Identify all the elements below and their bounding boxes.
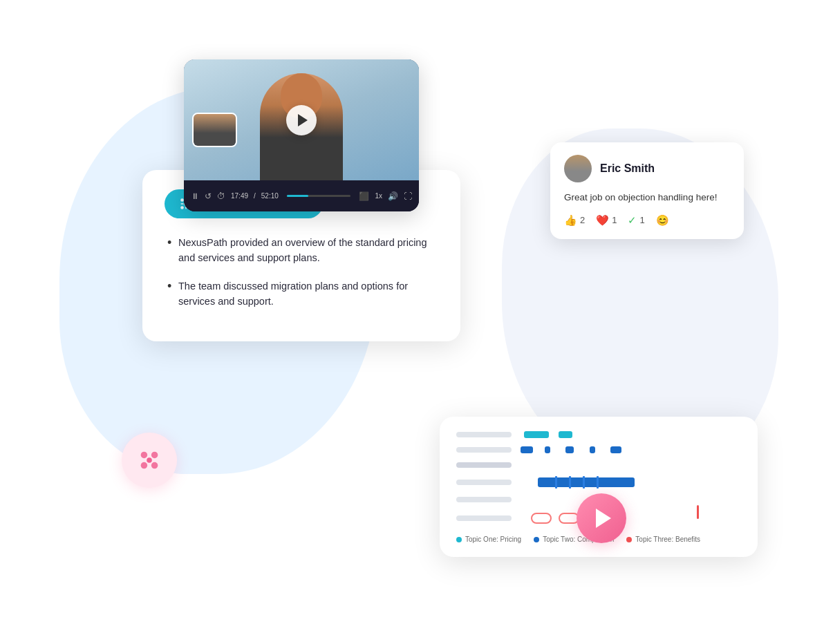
chart-row-4 [456,476,741,489]
row2-bars [517,446,741,454]
row5-label [456,497,512,502]
legend-item-1: Topic One: Pricing [456,536,521,543]
smile-icon: 😊 [656,214,669,227]
thumbs-up-count: 2 [580,215,585,225]
thumbs-up-icon: 👍 [564,214,577,227]
comment-card: Eric Smith Great job on objection handli… [550,142,744,239]
comment-header: Eric Smith [564,155,730,182]
chart-row-2 [456,446,741,454]
bar-blue-sm-3 [565,446,574,453]
summary-bullet-1: NexusPath provided an overview of the st… [165,235,438,266]
avatar-image [564,155,592,182]
play-bubble-icon [596,509,611,528]
svg-point-2 [180,206,184,209]
heart-icon: ❤️ [596,214,609,227]
bar-blue-sm-4 [590,446,595,453]
legend-label-3: Topic Three: Benefits [635,536,700,543]
play-button[interactable] [286,105,317,135]
legend-dot-3 [626,537,632,542]
reaction-check[interactable]: ✓ 1 [628,214,644,227]
heart-count: 1 [612,215,617,225]
summary-bullet-2: The team discussed migration plans and o… [165,278,438,310]
check-icon: ✓ [628,214,637,227]
comment-reactions: 👍 2 ❤️ 1 ✓ 1 😊 [564,214,730,227]
bar-stripe-1 [555,476,557,489]
stop-icon[interactable]: ⬛ [359,191,369,201]
bar-blue-main [538,477,635,487]
row4-label [456,480,512,485]
svg-point-13 [147,457,152,463]
row6-bars: ||| [517,511,741,526]
bar-stripe-3 [583,476,585,489]
replay-icon[interactable]: ↺ [205,191,212,201]
row3-label [456,462,512,468]
row6-label [456,515,512,521]
svg-point-9 [141,452,148,459]
row3-bars [517,461,741,469]
bar-teal-2 [559,431,572,438]
bar-stripe-4 [597,476,599,489]
volume-icon[interactable]: 🔊 [388,191,398,201]
legend-dot-2 [534,537,539,542]
speed-label: 1x [375,192,382,200]
video-time: 17:49 [231,192,248,200]
comment-text: Great job on objection handling here! [564,191,730,205]
row1-label [456,432,512,437]
play-icon [298,114,308,126]
pip-thumbnail [192,113,237,147]
avatar [564,155,592,182]
legend-dot-1 [456,537,462,542]
reaction-smile[interactable]: 😊 [656,214,669,227]
progress-fill [287,195,308,197]
play-bubble[interactable] [577,493,626,543]
summary-list: NexusPath provided an overview of the st… [165,235,438,310]
row1-bars [517,430,741,439]
progress-bar[interactable] [287,195,351,197]
ai-sparkle-icon [136,447,162,473]
svg-point-10 [151,452,158,459]
bar-blue-sm-2 [545,446,550,453]
video-card: ⏸ ↺ ⏱ 17:49 / 52:10 ⬛ 1x 🔊 ⛶ [184,59,419,211]
svg-point-12 [151,462,158,469]
fullscreen-icon[interactable]: ⛶ [404,191,412,201]
legend-label-1: Topic One: Pricing [465,536,521,543]
video-controls: ⏸ ↺ ⏱ 17:49 / 52:10 ⬛ 1x 🔊 ⛶ [184,180,419,211]
bar-blue-sm-5 [610,446,621,453]
timer-icon: ⏱ [217,191,225,201]
pause-icon[interactable]: ⏸ [191,191,199,201]
reaction-thumbs-up[interactable]: 👍 2 [564,214,585,227]
video-sep: / [254,192,256,200]
row4-bars [517,476,741,489]
check-count: 1 [639,215,644,225]
svg-point-11 [141,462,148,469]
bar-teal-1 [524,431,549,438]
ai-bubble[interactable] [122,433,177,488]
chart-row-3 [456,461,741,469]
bar-stripe-2 [569,476,571,489]
scene: ⏸ ↺ ⏱ 17:49 / 52:10 ⬛ 1x 🔊 ⛶ [101,46,723,598]
video-main [184,59,419,180]
row5-bars [517,495,741,504]
comment-author: Eric Smith [600,162,655,175]
pip-person [194,114,236,146]
row2-label [456,447,512,453]
legend-item-3: Topic Three: Benefits [626,536,700,543]
red-line [697,505,699,519]
chart-row-1 [456,430,741,439]
reaction-heart[interactable]: ❤️ 1 [596,214,617,227]
video-duration: 52:10 [261,192,279,200]
bar-blue-sm-1 [521,446,533,453]
outline-1 [531,513,552,524]
